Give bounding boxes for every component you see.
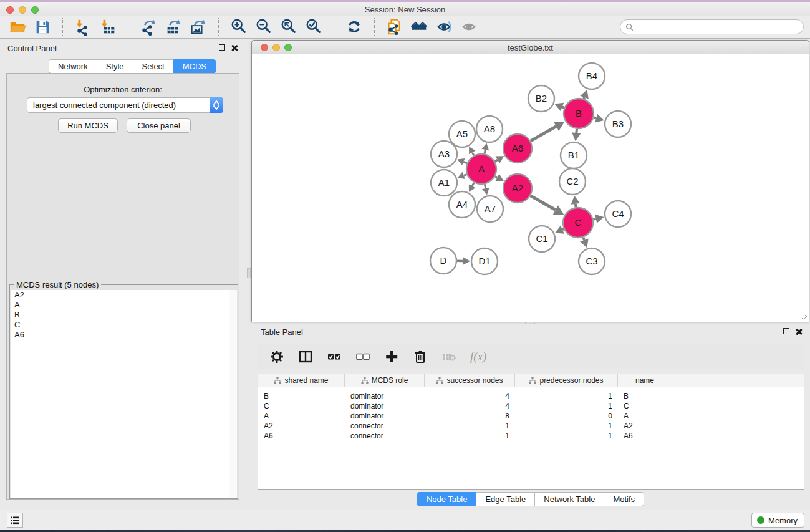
criterion-select[interactable]: largest connected component (directed) — [27, 97, 223, 113]
network-canvas[interactable]: B4B2BB3A5A8A6A3AB1A1C2A2A4A7CC4C1C3DD1 — [252, 54, 809, 322]
toolbar-separator — [374, 18, 375, 36]
column-layout-button[interactable] — [298, 349, 313, 364]
import-table-button[interactable] — [95, 17, 120, 37]
close-panel-icon[interactable] — [231, 44, 238, 51]
tab-mcds[interactable]: MCDS — [173, 59, 216, 74]
mcds-list-scrollbar[interactable] — [229, 290, 237, 498]
delete-table-button[interactable] — [441, 349, 456, 364]
resize-grip-icon[interactable] — [799, 311, 808, 320]
refresh-button[interactable] — [342, 17, 367, 37]
toolbar-separator — [218, 18, 219, 36]
unselect-all-columns-button[interactable] — [355, 349, 370, 364]
zoom-out-button[interactable] — [251, 17, 276, 37]
close-panel-icon[interactable] — [796, 328, 803, 335]
import-network-button[interactable] — [70, 17, 95, 37]
close-panel-button[interactable]: Close panel — [127, 118, 191, 133]
column-header-shared-name[interactable]: shared name — [258, 374, 345, 387]
mcds-result-item[interactable]: B — [11, 310, 229, 320]
graph-edge — [594, 118, 596, 118]
task-list-icon — [10, 516, 20, 525]
table-cell: dominator — [345, 402, 425, 410]
table-header-row: shared nameMCDS rolesuccessor nodesprede… — [258, 374, 804, 387]
column-header-name[interactable]: name — [618, 374, 672, 387]
float-panel-icon[interactable] — [219, 44, 225, 51]
graph-edge — [576, 204, 576, 207]
clone-network-button[interactable] — [382, 17, 407, 37]
mcds-result-item[interactable]: A2 — [11, 290, 229, 300]
zoom-fit-icon — [280, 18, 297, 36]
zoom-fit-button[interactable] — [276, 17, 301, 37]
tab-motifs[interactable]: Motifs — [604, 492, 644, 506]
table-row[interactable]: Adominator80A — [258, 411, 804, 421]
import-network-icon — [74, 18, 92, 36]
table-cell: 1 — [425, 422, 515, 430]
table-cell: C — [618, 402, 672, 410]
zoom-in-button[interactable] — [226, 17, 251, 37]
network-window-title: testGlobe.txt — [252, 43, 809, 52]
graph-node-label: B3 — [612, 118, 624, 129]
hide-panel-button[interactable] — [432, 17, 457, 37]
graph-edge — [472, 152, 474, 155]
search-input[interactable] — [637, 22, 798, 31]
column-header-predecessor-nodes[interactable]: predecessor nodes — [515, 374, 618, 387]
zoom-in-icon — [230, 18, 248, 36]
graph-node-label: A1 — [438, 177, 450, 188]
column-header-successor-nodes[interactable]: successor nodes — [425, 374, 515, 387]
float-panel-icon[interactable] — [783, 328, 789, 334]
tab-style[interactable]: Style — [97, 59, 133, 74]
settings-gear-button[interactable] — [269, 349, 284, 364]
select-all-columns-icon — [327, 349, 342, 364]
table-row[interactable]: Bdominator41B — [258, 391, 804, 401]
search-field[interactable] — [620, 19, 804, 34]
table-row[interactable]: A6connector11A6 — [258, 431, 804, 441]
export-table-button[interactable] — [161, 17, 186, 37]
function-builder-button[interactable]: f(x) — [470, 350, 486, 364]
mcds-result-item[interactable]: A — [11, 300, 229, 310]
table-row[interactable]: Cdominator41C — [258, 401, 804, 411]
graph-node-label: A2 — [512, 183, 523, 193]
mcds-result-item[interactable]: C — [11, 320, 229, 330]
tab-network-table[interactable]: Network Table — [534, 492, 604, 506]
table-panel-title: Table Panel — [261, 327, 303, 337]
network-view-window: testGlobe.txt B4B2BB3A5A8A6A3AB1A1C2A2A4… — [251, 40, 809, 322]
graph-edge — [495, 177, 497, 178]
export-table-icon — [165, 18, 182, 36]
column-label: shared name — [284, 376, 328, 385]
add-column-button[interactable] — [384, 349, 399, 364]
table-cell: A2 — [618, 422, 672, 430]
tab-network[interactable]: Network — [49, 59, 97, 74]
panel-divider-handle[interactable] — [247, 268, 251, 278]
export-network-button[interactable] — [136, 17, 161, 37]
memory-status-icon — [757, 516, 764, 524]
table-cell: 1 — [515, 432, 618, 440]
network-graph: B4B2BB3A5A8A6A3AB1A1C2A2A4A7CC4C1C3DD1 — [252, 54, 809, 322]
column-header-MCDS-role[interactable]: MCDS role — [345, 374, 425, 387]
graph-node-label: A8 — [484, 123, 495, 134]
tab-select[interactable]: Select — [133, 59, 173, 74]
open-session-button[interactable] — [5, 17, 30, 37]
home-button[interactable] — [407, 17, 432, 37]
zoom-selected-button[interactable] — [301, 17, 326, 37]
graph-edge — [485, 150, 485, 153]
task-history-button[interactable] — [7, 513, 23, 528]
select-all-columns-button[interactable] — [327, 349, 342, 364]
network-window-titlebar[interactable]: testGlobe.txt — [252, 41, 809, 54]
graph-node-label: C3 — [586, 256, 597, 266]
export-image-button[interactable] — [186, 17, 211, 37]
graph-node-label: D1 — [478, 256, 490, 266]
delete-column-button[interactable] — [413, 349, 428, 364]
save-session-button[interactable] — [30, 17, 55, 37]
tab-edge-table[interactable]: Edge Table — [476, 492, 534, 506]
show-eye-button[interactable] — [457, 17, 482, 37]
table-body: Bdominator41BCdominator41CAdominator80AA… — [258, 391, 804, 441]
open-session-icon — [9, 18, 26, 36]
edge-arrowhead — [595, 114, 604, 123]
table-row[interactable]: A2connector11A2 — [258, 421, 804, 431]
mcds-result-item[interactable]: A6 — [11, 330, 229, 340]
tab-node-table[interactable]: Node Table — [417, 492, 476, 506]
run-mcds-button[interactable]: Run MCDS — [58, 118, 118, 133]
edge-arrowhead — [482, 188, 489, 195]
graph-node-label: B1 — [568, 150, 579, 160]
node-table: shared nameMCDS rolesuccessor nodesprede… — [258, 374, 804, 490]
memory-button[interactable]: Memory — [751, 513, 804, 528]
